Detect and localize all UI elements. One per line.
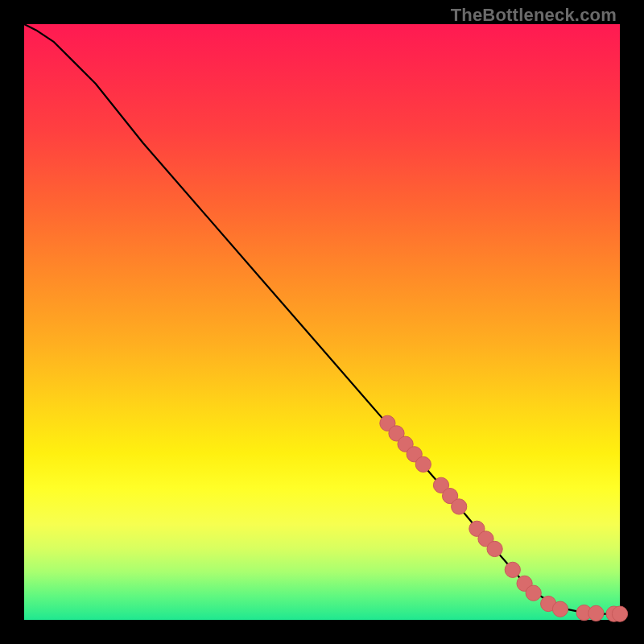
watermark-text: TheBottleneck.com xyxy=(451,5,617,26)
plot-area xyxy=(24,24,620,620)
data-marker xyxy=(487,541,502,556)
chart-overlay xyxy=(24,24,620,620)
data-marker xyxy=(526,585,541,601)
curve-markers xyxy=(380,415,628,621)
curve-line xyxy=(24,24,620,614)
data-marker xyxy=(588,605,604,621)
chart-stage: TheBottleneck.com xyxy=(0,0,644,644)
data-marker xyxy=(505,562,520,577)
data-marker xyxy=(552,601,568,617)
data-marker xyxy=(612,606,627,621)
data-marker xyxy=(415,456,431,472)
data-marker xyxy=(452,499,467,514)
